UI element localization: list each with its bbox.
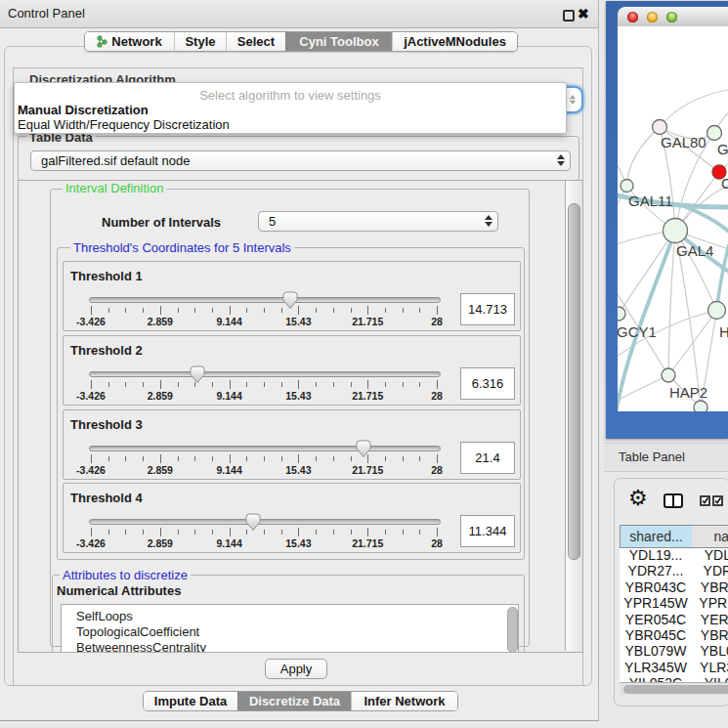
thick-edge[interactable] bbox=[684, 206, 728, 232]
table-cell[interactable]: YBR045C bbox=[692, 627, 728, 644]
threshold-slider-track[interactable] bbox=[89, 519, 441, 525]
network-view-window[interactable]: GAL80GAL1CYGAL11GAL4GCY1HIHAP2 bbox=[606, 1, 728, 439]
network-window-titlebar[interactable] bbox=[618, 7, 728, 27]
threshold-slider-thumb[interactable] bbox=[245, 513, 262, 532]
dropdown-item-manual-discretization[interactable]: Manual Discretization bbox=[18, 103, 149, 117]
checkbox-icon[interactable] bbox=[700, 495, 710, 506]
minor-tick bbox=[385, 530, 386, 535]
minor-tick bbox=[178, 382, 179, 387]
tab-cyni-toolbox[interactable]: Cyni Toolbox bbox=[285, 32, 392, 51]
table-cell[interactable]: YBL079W bbox=[620, 643, 692, 660]
threshold-slider-thumb[interactable] bbox=[190, 365, 206, 384]
threshold-slider-thumb[interactable] bbox=[356, 440, 372, 458]
table-cell[interactable]: YDR27... bbox=[692, 563, 728, 579]
apply-button[interactable]: Apply bbox=[265, 659, 327, 679]
major-tick bbox=[91, 528, 92, 536]
dropdown-prompt-item[interactable]: Select algorithm to view settings bbox=[15, 88, 566, 103]
network-node[interactable] bbox=[694, 401, 707, 411]
attribute-item[interactable]: TopologicalCoefficient bbox=[76, 624, 199, 639]
network-node[interactable] bbox=[707, 126, 722, 141]
threshold-value-field[interactable]: 6.316 bbox=[460, 367, 515, 400]
node-label: GAL80 bbox=[661, 134, 707, 150]
threshold-slider-track[interactable] bbox=[89, 371, 441, 377]
minor-tick bbox=[108, 382, 109, 387]
close-red-icon[interactable] bbox=[627, 12, 638, 22]
table-cell[interactable]: YBL079W bbox=[692, 643, 728, 660]
checkbox-icon[interactable] bbox=[712, 495, 723, 506]
table-cell[interactable]: YDL19... bbox=[620, 547, 692, 564]
dropdown-item-equal-width-frequency[interactable]: Equal Width/Frequency Discretization bbox=[18, 117, 230, 132]
thick-edge[interactable] bbox=[618, 231, 675, 411]
float-window-icon[interactable] bbox=[563, 10, 575, 21]
tab-jactivemnodules[interactable]: jActiveMNodules bbox=[392, 32, 517, 51]
threshold-slider-track[interactable] bbox=[89, 297, 441, 303]
table-cell[interactable]: YER054C bbox=[620, 612, 692, 628]
table-cell[interactable]: YPR145W bbox=[620, 595, 692, 612]
tick-label: 21.715 bbox=[352, 316, 383, 327]
table-cell[interactable]: YBR043C bbox=[692, 579, 728, 596]
table-cell[interactable]: YDL19... bbox=[692, 547, 728, 564]
edge[interactable] bbox=[660, 90, 728, 127]
node-label: GAL4 bbox=[676, 242, 713, 259]
edge[interactable] bbox=[668, 231, 675, 375]
gear-icon[interactable]: ⚙ bbox=[628, 489, 648, 508]
table-hscrollbar[interactable] bbox=[620, 682, 728, 695]
table-panel-titlebar[interactable]: Table Panel bbox=[604, 443, 728, 472]
table-cell[interactable]: YBR045C bbox=[620, 627, 692, 644]
close-icon[interactable]: ✖ bbox=[578, 5, 589, 22]
network-node[interactable] bbox=[664, 219, 688, 243]
main-scrollbar[interactable] bbox=[565, 181, 582, 651]
tab-infer-network[interactable]: Infer Network bbox=[351, 692, 457, 710]
table-cell[interactable]: YBR043C bbox=[620, 579, 692, 596]
control-panel-titlebar[interactable]: Control Panel ✖ bbox=[0, 0, 598, 28]
minor-tick bbox=[403, 530, 404, 535]
minor-tick bbox=[316, 308, 317, 313]
column-header-shared-name[interactable]: shared... bbox=[620, 525, 693, 548]
tab-impute-data[interactable]: Impute Data bbox=[144, 692, 237, 710]
tab-select[interactable]: Select bbox=[226, 32, 285, 51]
table-cell[interactable]: YDR27... bbox=[620, 563, 692, 579]
number-of-intervals-combo[interactable]: 5 bbox=[258, 211, 498, 232]
minor-tick bbox=[246, 308, 247, 313]
minor-tick bbox=[403, 456, 404, 461]
tab-style[interactable]: Style bbox=[174, 32, 226, 51]
network-canvas[interactable]: GAL80GAL1CYGAL11GAL4GCY1HIHAP2 bbox=[618, 26, 728, 411]
table-hscrollbar-thumb[interactable] bbox=[623, 685, 728, 694]
table-panel-title: Table Panel bbox=[619, 444, 685, 471]
window-title: Control Panel bbox=[8, 0, 85, 27]
tab-discretize-data[interactable]: Discretize Data bbox=[237, 692, 351, 710]
threshold-value-field[interactable]: 11.344 bbox=[460, 515, 515, 547]
network-node[interactable] bbox=[662, 368, 675, 382]
attribute-item[interactable]: BetweennessCentrality bbox=[76, 640, 206, 653]
threshold-value-field[interactable]: 21.4 bbox=[460, 442, 515, 474]
threshold-slider-track[interactable] bbox=[89, 446, 441, 451]
table-cell[interactable]: YLR345W bbox=[692, 660, 728, 676]
main-scrollbar-thumb[interactable] bbox=[568, 203, 580, 560]
table-data-combo[interactable]: galFiltered.sif default node bbox=[30, 150, 571, 171]
node-label: HAP2 bbox=[669, 384, 707, 401]
tick-label: 2.859 bbox=[148, 316, 173, 327]
minor-tick bbox=[281, 456, 282, 461]
edge[interactable] bbox=[668, 311, 717, 376]
zoom-green-icon[interactable] bbox=[666, 12, 677, 22]
network-node[interactable] bbox=[618, 307, 625, 321]
attributes-list-scrollbar[interactable] bbox=[507, 607, 518, 653]
tick-label: 15.43 bbox=[285, 464, 311, 476]
column-header-name[interactable]: name bbox=[692, 525, 728, 548]
threshold-value-field[interactable]: 14.713 bbox=[460, 293, 515, 325]
table-cell[interactable]: YER054C bbox=[692, 612, 728, 628]
network-node[interactable] bbox=[653, 120, 667, 135]
network-node[interactable] bbox=[708, 302, 726, 320]
minor-tick bbox=[351, 382, 352, 387]
table-cell[interactable]: YPR145W bbox=[692, 595, 728, 612]
tab-network[interactable]: Network bbox=[85, 32, 174, 51]
network-node[interactable] bbox=[621, 180, 633, 193]
split-view-icon[interactable] bbox=[664, 493, 683, 508]
thick-edge[interactable] bbox=[717, 244, 728, 311]
attribute-item[interactable]: SelfLoops bbox=[76, 609, 133, 623]
minimize-yellow-icon[interactable] bbox=[647, 12, 658, 22]
table-cell[interactable]: YLR345W bbox=[620, 660, 692, 676]
edge[interactable] bbox=[627, 127, 661, 186]
minor-tick bbox=[143, 382, 144, 387]
threshold-slider-thumb[interactable] bbox=[282, 291, 299, 310]
